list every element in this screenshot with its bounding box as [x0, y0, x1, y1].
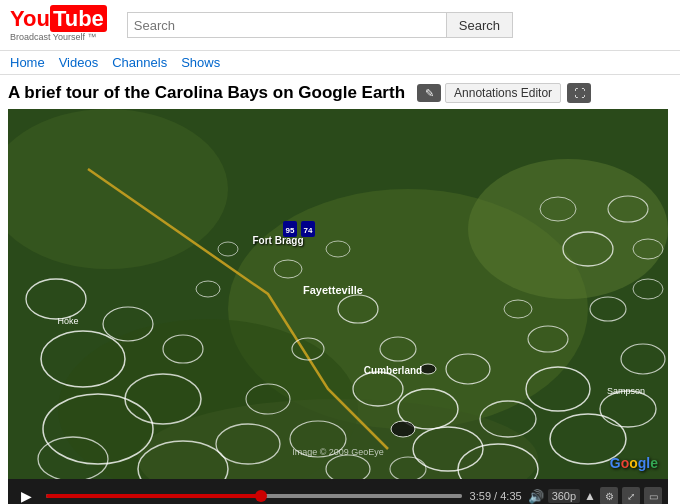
nav-home[interactable]: Home	[10, 55, 45, 70]
svg-text:Fayetteville: Fayetteville	[303, 284, 363, 296]
quality-selector[interactable]: 360p	[548, 489, 580, 503]
video-container: 95 74	[8, 109, 668, 504]
annotations-editor-button[interactable]: Annotations Editor	[445, 83, 561, 103]
svg-text:Fort Bragg: Fort Bragg	[252, 235, 303, 246]
svg-text:74: 74	[304, 226, 313, 235]
title-row: A brief tour of the Carolina Bays on Goo…	[8, 83, 672, 103]
annotations-area: Annotations Editor	[417, 83, 591, 103]
annotations-icon	[417, 84, 441, 102]
time-total: 4:35	[500, 490, 521, 502]
page-title: A brief tour of the Carolina Bays on Goo…	[8, 83, 405, 103]
search-input[interactable]	[127, 12, 447, 38]
svg-point-49	[420, 364, 436, 374]
svg-text:Sampson: Sampson	[607, 386, 645, 396]
site-header: YouTube Broadcast Yourself ™ Search	[0, 0, 680, 51]
nav-bar: Home Videos Channels Shows	[0, 51, 680, 75]
youtube-logo: YouTube	[10, 8, 107, 30]
nav-videos[interactable]: Videos	[59, 55, 99, 70]
video-controls: ▶ 3:59 / 4:35 🔊 360p ▲ ⚙ ⤢ ▭	[8, 479, 668, 504]
svg-text:Cumberland: Cumberland	[364, 365, 422, 376]
settings-icon[interactable]: ⚙	[600, 487, 618, 504]
time-current: 3:59	[470, 490, 491, 502]
time-separator: /	[491, 490, 500, 502]
svg-point-48	[391, 421, 415, 437]
fullscreen-icon-button[interactable]	[567, 83, 591, 103]
search-area: Search	[127, 12, 670, 38]
progress-played	[46, 494, 261, 498]
main-content: A brief tour of the Carolina Bays on Goo…	[0, 75, 680, 504]
nav-shows[interactable]: Shows	[181, 55, 220, 70]
broadcast-tagline: Broadcast Yourself ™	[10, 32, 107, 42]
svg-point-4	[468, 159, 668, 299]
expand-fullscreen-icon[interactable]: ⤢	[622, 487, 640, 504]
progress-bar[interactable]	[46, 492, 462, 500]
search-button[interactable]: Search	[447, 12, 513, 38]
logo-area: YouTube Broadcast Yourself ™	[10, 8, 107, 42]
play-button[interactable]: ▶	[14, 484, 38, 504]
progress-thumb[interactable]	[255, 490, 267, 502]
time-display: 3:59 / 4:35	[470, 490, 522, 502]
nav-channels[interactable]: Channels	[112, 55, 167, 70]
volume-button[interactable]: 🔊	[528, 489, 544, 504]
logo-you: You	[10, 6, 50, 31]
logo-tube: Tube	[50, 5, 107, 32]
svg-text:Hoke: Hoke	[57, 316, 78, 326]
oval-overlay: 95 74	[8, 109, 668, 479]
control-icons: ⚙ ⤢ ▭	[600, 487, 662, 504]
svg-text:95: 95	[286, 226, 295, 235]
expand-button[interactable]: ▲	[584, 489, 596, 503]
video-frame[interactable]: 95 74	[8, 109, 668, 479]
google-watermark: Google	[610, 455, 658, 471]
theater-mode-icon[interactable]: ▭	[644, 487, 662, 504]
